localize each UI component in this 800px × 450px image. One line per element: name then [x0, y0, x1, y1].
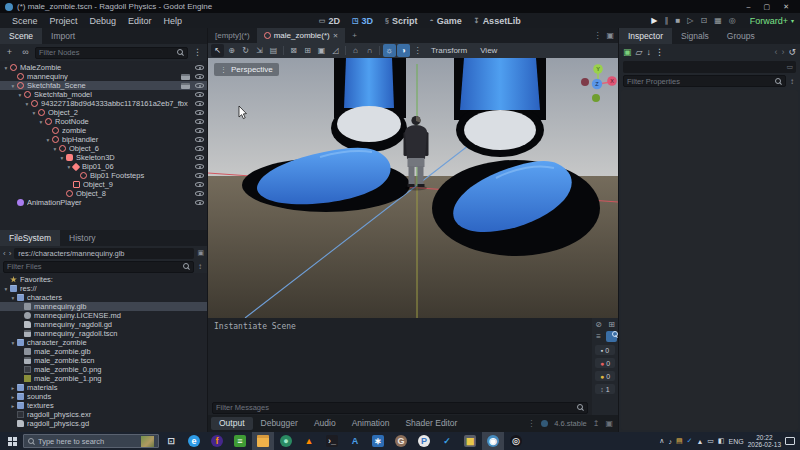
scene-tree-row[interactable]: Object_8: [0, 189, 207, 198]
dock-tab[interactable]: Scene: [0, 28, 42, 44]
perspective-dropdown[interactable]: ⋮ Perspective: [214, 63, 279, 76]
bottom-panel-tab[interactable]: Audio: [306, 417, 344, 430]
group-button[interactable]: ▣: [315, 44, 328, 57]
add-scene-tab-button[interactable]: +: [345, 28, 364, 43]
rotate-tool-button[interactable]: ↻: [239, 44, 252, 57]
scene-tree-row[interactable]: ▾ Sketchfab_model: [0, 90, 207, 99]
instance-scene-button[interactable]: ∞: [19, 46, 32, 59]
menu-item[interactable]: Project: [44, 16, 84, 26]
editor-switch-button[interactable]: ▭ 2D: [319, 16, 340, 26]
scene-tabs-menu-button[interactable]: ⋮: [593, 31, 601, 40]
scene-tree-row[interactable]: mannequiny: [0, 72, 207, 81]
scene-tree-row[interactable]: AnimationPlayer: [0, 198, 207, 207]
list-select-button[interactable]: ▤: [267, 44, 280, 57]
expander-icon[interactable]: ▾: [2, 286, 10, 292]
node-name-bar[interactable]: ▭: [623, 61, 796, 73]
expander-icon[interactable]: ▾: [9, 340, 17, 346]
new-resource-button[interactable]: ▣: [623, 47, 632, 57]
filter-nodes-field[interactable]: [35, 47, 188, 59]
output-log[interactable]: Instantiate Scene: [208, 318, 618, 400]
file-row[interactable]: mannequiny.LICENSE.md: [0, 311, 207, 320]
collapse-duplicates-button[interactable]: ≡: [593, 331, 604, 342]
green-circle-app-icon[interactable]: ●: [275, 432, 297, 450]
visibility-eye-icon[interactable]: [195, 128, 204, 133]
add-node-button[interactable]: +: [3, 46, 16, 59]
file-row[interactable]: ragdoll_physics.exr: [0, 410, 207, 419]
move-tool-button[interactable]: ⊕: [225, 44, 238, 57]
file-row[interactable]: mannequiny_ragdoll.tscn: [0, 329, 207, 338]
movie-maker-button[interactable]: ▦: [714, 16, 722, 25]
stop-button[interactable]: ■: [675, 16, 680, 25]
editor-switch-button[interactable]: § Script: [385, 16, 417, 26]
preview-sun-button[interactable]: ☼: [383, 44, 396, 57]
file-row[interactable]: male_zombie_1.png: [0, 374, 207, 383]
bottom-panel-tab[interactable]: Animation: [344, 417, 398, 430]
blue-a-app-icon[interactable]: A: [344, 432, 366, 450]
preview-environment-button[interactable]: ◑: [397, 44, 410, 57]
obs-icon[interactable]: ◎: [505, 432, 527, 450]
pause-button[interactable]: ∥: [664, 16, 668, 25]
firefox-icon[interactable]: f: [206, 432, 228, 450]
ruler-button[interactable]: ◿: [329, 44, 342, 57]
visibility-eye-icon[interactable]: [195, 200, 204, 205]
expander-icon[interactable]: ▸: [9, 403, 17, 409]
filter-files-input[interactable]: [7, 262, 181, 271]
tray-icon-2[interactable]: ▤: [676, 437, 683, 445]
expander-icon[interactable]: ▾: [44, 137, 52, 143]
screenshot-button[interactable]: ◎: [729, 16, 736, 25]
file-row[interactable]: mannequiny_ragdoll.gd: [0, 320, 207, 329]
taskbar-search-box[interactable]: [23, 434, 159, 448]
expander-icon[interactable]: ▾: [51, 146, 59, 152]
visibility-eye-icon[interactable]: [195, 65, 204, 70]
editor-green-icon[interactable]: ≡: [229, 432, 251, 450]
select-tool-button[interactable]: ↖: [211, 44, 224, 57]
scene-tab-empty[interactable]: [empty](*): [208, 28, 257, 43]
paint-app-icon[interactable]: P: [413, 432, 435, 450]
scene-tree-row[interactable]: Object_9: [0, 180, 207, 189]
gimp-icon[interactable]: G: [390, 432, 412, 450]
expander-icon[interactable]: ▸: [9, 394, 17, 400]
check-app-icon[interactable]: ✓: [436, 432, 458, 450]
resource-menu-button[interactable]: ⋮: [655, 47, 664, 57]
visibility-eye-icon[interactable]: [195, 83, 204, 88]
dock-tab[interactable]: Inspector: [619, 28, 672, 44]
renderer-dropdown[interactable]: Forward+ ▾: [750, 16, 794, 26]
viewport-menu[interactable]: View: [474, 46, 503, 55]
scene-tree-row[interactable]: ▾ Bip01_06: [0, 162, 207, 171]
visibility-eye-icon[interactable]: [195, 164, 204, 169]
expander-icon[interactable]: ▸: [9, 385, 17, 391]
file-row[interactable]: male_zombie.glb: [0, 347, 207, 356]
bottom-panel-tab[interactable]: Output: [211, 417, 253, 430]
editor-switch-button[interactable]: ◳ 3D: [352, 16, 373, 26]
tray-icon-5[interactable]: ▭: [707, 437, 714, 445]
menu-item[interactable]: Debug: [84, 16, 123, 26]
language-indicator[interactable]: ENG: [729, 438, 744, 445]
error-count-badge[interactable]: ● 0: [595, 358, 615, 368]
expand-panel-button[interactable]: ▣: [605, 419, 613, 428]
scene-instance-icon[interactable]: [181, 74, 190, 80]
editor-switch-button[interactable]: ↧ AssetLib: [474, 16, 521, 26]
visibility-eye-icon[interactable]: [195, 110, 204, 115]
lock-button[interactable]: ⊠: [287, 44, 300, 57]
file-row[interactable]: ▾ res://: [0, 284, 207, 293]
close-icon[interactable]: ✕: [333, 32, 338, 40]
copy-output-button[interactable]: ⊞: [606, 319, 617, 330]
taskbar-clock[interactable]: 20:22 2026-02-13: [748, 434, 781, 449]
menu-item[interactable]: Editor: [122, 16, 158, 26]
pin-panel-button[interactable]: ↥: [593, 419, 600, 428]
file-row[interactable]: mannequiny.glb: [0, 302, 207, 311]
tray-icon-4[interactable]: ▲: [696, 438, 703, 445]
expander-icon[interactable]: ▾: [37, 119, 45, 125]
visibility-eye-icon[interactable]: [195, 101, 204, 106]
scene-tree-row[interactable]: ▾ Object_2: [0, 108, 207, 117]
scene-tree-row[interactable]: ▾ Skeleton3D: [0, 153, 207, 162]
close-button[interactable]: ✕: [783, 3, 789, 11]
file-row[interactable]: ▾ character_zombie: [0, 338, 207, 347]
terminal-icon[interactable]: ›_: [321, 432, 343, 450]
bottom-panel-tab[interactable]: Shader Editor: [397, 417, 465, 430]
sun-env-menu-button[interactable]: ⋮: [411, 44, 424, 57]
file-row[interactable]: ▸ sounds: [0, 392, 207, 401]
visibility-eye-icon[interactable]: [195, 92, 204, 97]
message-count-badge[interactable]: ▪ 0: [595, 345, 615, 355]
file-row[interactable]: ▾ characters: [0, 293, 207, 302]
